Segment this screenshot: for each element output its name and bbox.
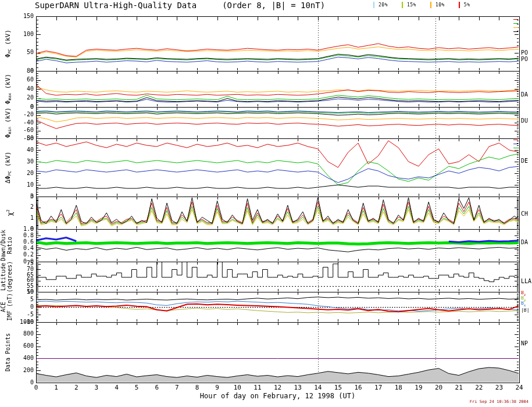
legend-item-15: 15% [402, 2, 416, 8]
right-label-dusk: DU [521, 118, 532, 124]
legend-swatch-20 [373, 2, 374, 8]
right-label-dawndusk: DA [521, 240, 532, 245]
title-params: (Order 8, |B| = 10nT) [222, 1, 325, 10]
right-label-npts: NP [521, 341, 532, 347]
right-label-bx: Bx [521, 301, 532, 308]
superdarn-plot-window: SuperDARN Ultra-High-Quality Data(Order … [0, 0, 532, 407]
right-label-delta: DE [521, 158, 532, 164]
legend-item-5: 5% [459, 2, 470, 8]
plot-canvas [0, 0, 532, 407]
legend-label-15: 15% [407, 2, 416, 8]
x-axis-label: Hour of day on February, 12 1998 (UT) [36, 392, 519, 400]
legend-item-20: 20% [373, 2, 388, 8]
legend-swatch-5 [459, 2, 460, 8]
right-label-chi: CH [521, 211, 532, 217]
right-label-pot-2: PO [521, 56, 532, 62]
legend-swatch-10 [430, 2, 431, 8]
right-label-lat: LLA [521, 279, 532, 284]
right-label-babs: |B| [521, 308, 532, 313]
right-label-dawn: DA [521, 92, 532, 98]
quality-legend: 20% 15% 10% 5% [373, 2, 470, 8]
legend-label-5: 5% [464, 2, 470, 8]
render-timestamp: Fri Sep 24 10:36:38 2004 [470, 399, 529, 404]
page-title: SuperDARN Ultra-High-Quality Data(Order … [35, 1, 325, 10]
legend-swatch-15 [402, 2, 403, 8]
right-label-pot-1: PO [521, 50, 532, 56]
title-text: SuperDARN Ultra-High-Quality Data [35, 1, 197, 10]
legend-label-20: 20% [379, 2, 388, 8]
legend-item-10: 10% [430, 2, 445, 8]
legend-label-10: 10% [435, 2, 445, 8]
